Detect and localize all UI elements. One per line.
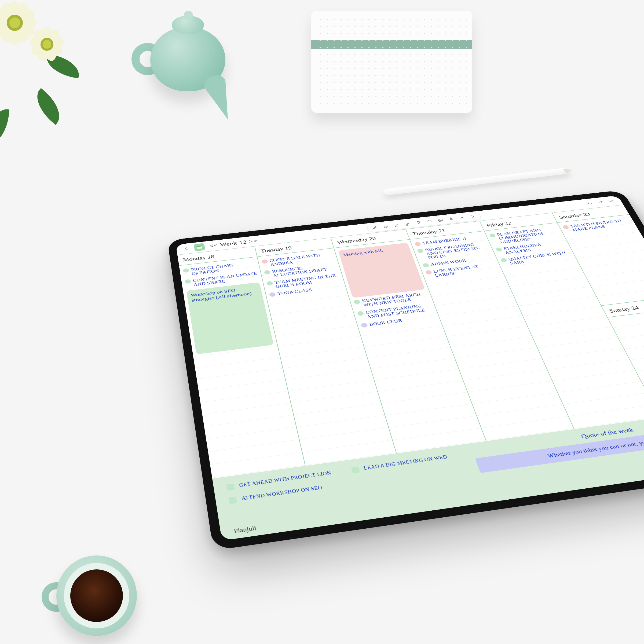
dot-icon: [269, 292, 276, 297]
ruler-tool-icon[interactable]: [456, 214, 468, 221]
highlighter-tool-icon[interactable]: [402, 220, 414, 228]
app-icon[interactable]: [194, 243, 205, 251]
more-icon[interactable]: [605, 197, 618, 205]
dot-icon: [185, 279, 191, 284]
pencil-tool-icon[interactable]: [369, 224, 381, 231]
entry-text: YOGA CLASS: [277, 288, 313, 296]
checkbox-icon[interactable]: [228, 497, 237, 504]
checkbox-icon[interactable]: [226, 484, 235, 491]
eraser-tool-icon[interactable]: [380, 222, 392, 230]
text-tool-icon[interactable]: [412, 219, 425, 226]
svg-point-8: [612, 200, 613, 201]
dot-icon: [361, 323, 368, 328]
dot-icon: [414, 242, 421, 246]
svg-point-7: [611, 201, 612, 201]
entry-text: BOOK CLUB: [369, 318, 403, 327]
pen-tool-icon[interactable]: [391, 221, 403, 229]
svg-point-2: [427, 220, 431, 222]
dot-icon: [425, 270, 432, 275]
desk-teapot: [126, 8, 250, 123]
dot-icon: [562, 225, 569, 229]
dot-icon: [357, 311, 364, 316]
dot-icon: [261, 259, 268, 264]
goal-text: ATTEND WORKSHOP ON SEO: [241, 485, 323, 502]
desk-coffee: [56, 555, 137, 636]
dot-icon: [417, 248, 424, 253]
dot-icon: [422, 263, 430, 268]
entry-text: ADMIN WORK: [430, 258, 467, 267]
back-button[interactable]: [181, 244, 192, 253]
lasso-tool-icon[interactable]: [423, 218, 436, 225]
svg-rect-5: [450, 218, 452, 219]
dot-icon: [266, 281, 273, 286]
dot-icon: [495, 247, 503, 252]
dot-icon: [500, 258, 507, 262]
desk-flowers: [0, 0, 89, 129]
tablet-frame: << Week 12 >>: [167, 190, 644, 551]
desk-stylus: [383, 168, 569, 196]
svg-point-6: [610, 201, 611, 202]
history-cluster: [583, 197, 618, 207]
goal-text: LEAD A BIG MEETING ON WED: [363, 454, 448, 471]
app-screen: << Week 12 >>: [176, 195, 644, 540]
image-tool-icon[interactable]: [434, 216, 447, 224]
dot-icon: [353, 299, 361, 304]
calendar-block[interactable]: Workshop on SEO strategies (All afternoo…: [186, 282, 273, 354]
svg-point-4: [439, 219, 440, 220]
calendar-block[interactable]: Meeting with ML: [338, 243, 425, 298]
dot-icon: [489, 233, 496, 238]
undo-icon[interactable]: [583, 200, 596, 207]
checkbox-icon[interactable]: [351, 466, 360, 474]
dot-icon: [264, 270, 270, 275]
redo-icon[interactable]: [594, 199, 607, 206]
dot-icon: [183, 268, 189, 273]
next-tool-icon[interactable]: [466, 213, 479, 220]
desk-indexcard: [311, 11, 472, 113]
mic-tool-icon[interactable]: [445, 215, 458, 223]
